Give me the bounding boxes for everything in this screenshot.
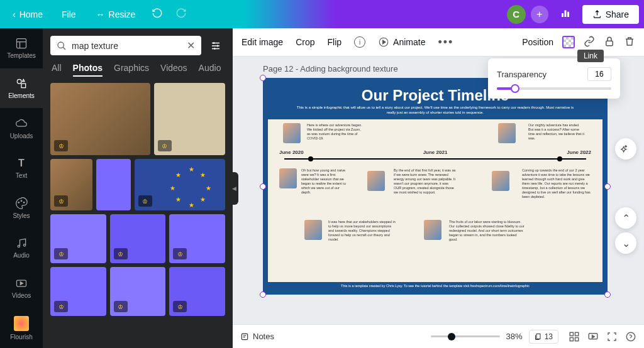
svg-point-4 (17, 79, 21, 84)
search-row: ✕ (43, 28, 233, 63)
link-button[interactable]: Link (584, 36, 595, 49)
nav-text[interactable]: T Text (0, 148, 43, 188)
more-options-button[interactable]: ••• (438, 36, 453, 49)
tab-photos[interactable]: Photos (73, 63, 103, 77)
nav-uploads[interactable]: Uploads (0, 108, 43, 148)
premium-badge: ♔ (114, 301, 128, 312)
lock-button[interactable] (604, 36, 615, 49)
chart-icon (560, 8, 571, 19)
add-collaborator-button[interactable]: + (531, 6, 548, 23)
file-menu-button[interactable]: File (53, 6, 85, 23)
position-button[interactable]: Position (522, 37, 553, 47)
premium-badge: ♔ (158, 140, 172, 151)
result-thumb[interactable]: ♔ (50, 83, 150, 155)
result-thumb[interactable]: ♔ (50, 214, 106, 263)
zoom-level[interactable]: 38% (506, 332, 523, 341)
result-thumb[interactable]: ♔ (169, 267, 225, 316)
notes-icon (240, 332, 249, 341)
present-button[interactable] (587, 331, 599, 342)
svg-rect-0 (562, 13, 564, 17)
resize-button[interactable]: ↔ Resize (87, 6, 145, 23)
zoom-thumb[interactable] (448, 333, 455, 340)
undo-icon (152, 8, 163, 19)
svg-rect-18 (575, 332, 579, 335)
result-thumb[interactable]: ★★★★★★★★ ♔ (135, 159, 225, 210)
slider-thumb[interactable] (511, 84, 519, 93)
nav-templates[interactable]: Templates (0, 28, 43, 68)
add-comment-button[interactable] (615, 138, 636, 160)
transparency-slider[interactable] (497, 87, 611, 90)
result-thumb[interactable]: ♔ (110, 214, 166, 263)
context-toolbar: Edit image Crop Flip i Animate ••• Posit… (233, 28, 644, 57)
search-input[interactable] (72, 41, 182, 51)
result-thumb[interactable]: ♔ (50, 267, 106, 316)
premium-badge: ♔ (138, 195, 152, 207)
result-thumb[interactable]: ♔ (50, 159, 92, 210)
lock-icon (604, 36, 615, 47)
nav-videos[interactable]: Videos (0, 268, 43, 308)
resize-icon: ↔ (96, 9, 105, 19)
palette-icon (15, 197, 28, 210)
page-nav-down-button[interactable]: ⌄ (615, 232, 636, 254)
filter-button[interactable] (206, 36, 225, 55)
top-right-menu: C + Share (507, 4, 639, 25)
flourish-icon (14, 316, 29, 331)
nav-flourish[interactable]: Flourish (0, 308, 43, 348)
nav-elements[interactable]: Elements (0, 68, 43, 109)
undo-button[interactable] (147, 3, 168, 26)
side-panel: ✕ All Photos Graphics Videos Audio ♔ ♔ ♔ (43, 28, 233, 348)
page-navigator-button[interactable]: 13 (529, 330, 558, 344)
result-thumb[interactable] (96, 159, 131, 210)
premium-badge: ♔ (54, 248, 68, 259)
canvas-viewport[interactable]: Page 12 - Adding background texture Tran… (233, 57, 644, 324)
share-button[interactable]: Share (582, 5, 639, 24)
svg-point-6 (18, 202, 19, 203)
nav-audio[interactable]: Audio (0, 228, 43, 268)
page-label: Page 12 - Adding background texture (263, 64, 398, 73)
user-avatar[interactable]: C (507, 5, 526, 24)
animate-button[interactable]: Animate (378, 36, 425, 48)
svg-point-9 (18, 246, 19, 247)
home-button[interactable]: ‹ Home (5, 6, 50, 23)
tab-graphics[interactable]: Graphics (114, 63, 149, 77)
flip-button[interactable]: Flip (328, 37, 342, 47)
premium-badge: ♔ (54, 301, 68, 312)
tab-audio[interactable]: Audio (199, 63, 221, 77)
page-design: Our Project Timeline This is a simple in… (268, 83, 602, 290)
svg-rect-20 (575, 337, 579, 340)
result-thumb[interactable]: ♔ (110, 267, 166, 316)
zoom-slider[interactable] (431, 335, 500, 337)
sparkle-plus-icon (621, 144, 631, 154)
result-thumb[interactable]: ♔ (169, 214, 225, 263)
premium-badge: ♔ (173, 301, 187, 312)
info-button[interactable]: i (354, 36, 365, 48)
fullscreen-button[interactable] (606, 331, 618, 342)
video-icon (15, 277, 28, 290)
help-button[interactable] (625, 331, 636, 342)
edit-image-button[interactable]: Edit image (242, 37, 283, 47)
analytics-button[interactable] (553, 4, 577, 25)
search-icon (57, 41, 67, 51)
crop-button[interactable]: Crop (296, 37, 314, 47)
redo-button[interactable] (170, 3, 192, 26)
top-bar: ‹ Home File ↔ Resize C + Share (0, 0, 644, 28)
nav-styles[interactable]: Styles (0, 188, 43, 229)
clear-search-button[interactable]: ✕ (187, 40, 195, 52)
canvas-page[interactable]: Our Project Timeline This is a simple in… (263, 78, 608, 295)
timeline-subtitle: This is a simple infographic that will a… (268, 106, 602, 119)
transparency-input[interactable] (587, 67, 611, 81)
collapse-panel-button[interactable]: ◀ (230, 172, 238, 205)
templates-icon (15, 37, 28, 50)
delete-button[interactable] (624, 36, 635, 49)
transparency-button[interactable] (562, 36, 575, 48)
pages-icon (535, 333, 542, 340)
notes-button[interactable]: Notes (240, 332, 274, 341)
page-nav-up-button[interactable]: ⌃ (615, 207, 636, 229)
svg-point-7 (21, 200, 22, 202)
tab-videos[interactable]: Videos (160, 63, 187, 77)
sliders-icon (210, 40, 221, 52)
tab-all[interactable]: All (52, 63, 62, 77)
result-thumb[interactable]: ♔ (154, 83, 225, 155)
grid-view-button[interactable] (569, 331, 580, 342)
svg-rect-16 (536, 334, 540, 339)
